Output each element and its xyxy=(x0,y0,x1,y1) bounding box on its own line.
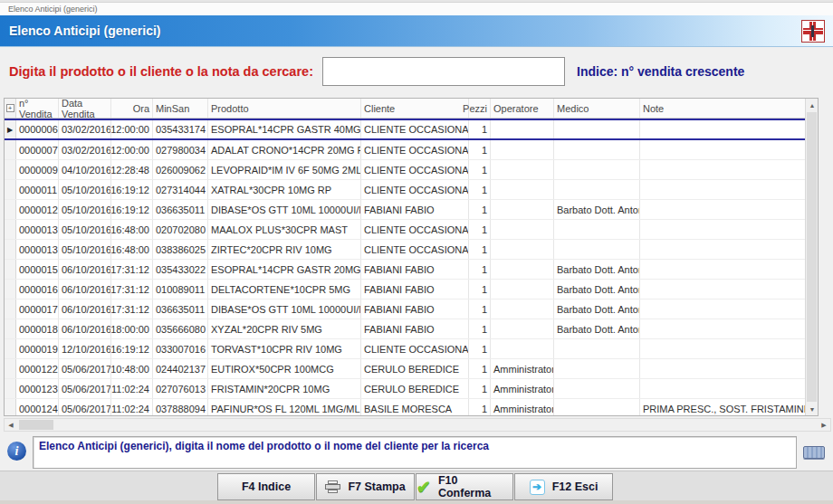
table-cell: Amministratore xyxy=(491,359,554,378)
column-header[interactable]: MinSan xyxy=(153,99,208,118)
column-header[interactable]: Prodotto xyxy=(208,99,361,118)
table-cell xyxy=(491,200,554,219)
table-cell xyxy=(554,399,640,415)
window-title: Elenco Anticipi (generici) xyxy=(8,5,98,14)
table-cell xyxy=(640,140,805,159)
table-cell: 1 xyxy=(469,220,491,239)
column-header[interactable]: Operatore xyxy=(491,99,554,118)
table-cell: 1 xyxy=(469,359,491,378)
f4-indice-button[interactable]: F4 Indice xyxy=(217,473,315,500)
table-row[interactable]: 000000904/10/201612:28:48026009062LEVOPR… xyxy=(5,160,805,180)
table-cell: 1 xyxy=(469,379,491,398)
table-cell: 035666080 xyxy=(153,319,208,338)
table-cell xyxy=(554,140,640,159)
table-cell: CLIENTE OCCASIONALE xyxy=(361,339,469,358)
row-selector-cell xyxy=(5,180,16,199)
table-row[interactable]: 000001606/10/201617:31:12010089011DELTAC… xyxy=(5,280,805,300)
column-header[interactable]: Ora xyxy=(111,99,153,118)
table-cell: 03/02/2016 xyxy=(59,140,111,159)
column-header[interactable]: Data Vendita xyxy=(59,99,111,118)
table-cell xyxy=(491,300,554,319)
table-cell: CLIENTE OCCASIONALE xyxy=(361,240,469,259)
table-cell: 037888094 xyxy=(153,399,208,415)
table-row[interactable]: 000001506/10/201617:31:12035433022ESOPRA… xyxy=(5,260,805,280)
check-icon: ✔ xyxy=(416,479,431,496)
column-header[interactable]: Note xyxy=(640,99,805,118)
column-header[interactable]: Cliente xyxy=(361,99,469,118)
table-cell: Barbato Dott. Antonio xyxy=(554,319,640,338)
table-cell xyxy=(640,359,805,378)
column-header[interactable]: n° Vendita xyxy=(16,99,59,118)
table-cell: Barbato Dott. Antonio xyxy=(554,300,640,319)
table-cell: FABIANI FABIO xyxy=(361,300,469,319)
expand-all-cell[interactable]: + xyxy=(5,99,16,118)
row-selector-cell xyxy=(5,280,16,299)
row-selector-cell xyxy=(5,300,16,319)
vertical-scrollbar[interactable]: ▲ ▼ xyxy=(805,99,818,415)
table-row[interactable]: 000001305/10/201616:48:00038386025ZIRTEC… xyxy=(5,240,805,260)
table-row[interactable]: 000012405/06/201711:02:24037888094PAFINU… xyxy=(5,399,805,415)
row-selector-cell xyxy=(5,160,16,179)
table-cell: Amministratore xyxy=(491,399,554,415)
table-cell: CLIENTE OCCASIONALE xyxy=(361,160,469,179)
horizontal-scrollbar[interactable]: ◀ ▶ xyxy=(4,418,831,432)
row-selector-cell xyxy=(5,359,16,378)
horizontal-scrollbar-thumb[interactable] xyxy=(19,420,53,430)
table-cell: 11:02:24 xyxy=(111,379,153,398)
table-cell xyxy=(491,339,554,358)
f7-stampa-button[interactable]: F7 Stampa xyxy=(316,473,415,500)
table-cell: 06/10/2016 xyxy=(59,300,111,319)
scroll-right-icon[interactable]: ▶ xyxy=(818,419,830,431)
row-selector-cell xyxy=(5,339,16,358)
f10-conferma-button[interactable]: ✔ F10 Conferma xyxy=(416,473,513,500)
table-row[interactable]: 000001305/10/201616:48:00020702080MAALOX… xyxy=(5,220,805,240)
table-row[interactable]: 000001205/10/201616:19:12036635011DIBASE… xyxy=(5,200,805,220)
vertical-scrollbar-thumb[interactable] xyxy=(807,112,817,402)
scroll-up-icon[interactable]: ▲ xyxy=(806,99,819,111)
table-row[interactable]: 000001912/10/201616:19:12033007016TORVAS… xyxy=(5,339,805,359)
table-cell: 0000122 xyxy=(16,359,59,378)
table-cell: FABIANI FABIO xyxy=(361,319,469,338)
column-header[interactable]: Medico xyxy=(554,99,640,118)
table-cell: 16:19:12 xyxy=(111,180,153,199)
table-cell: 05/10/2016 xyxy=(59,200,111,219)
table-row[interactable]: 000012305/06/201711:02:24027076013FRISTA… xyxy=(5,379,805,399)
table-cell xyxy=(491,280,554,299)
table-cell: 1 xyxy=(469,160,491,179)
scroll-down-icon[interactable]: ▼ xyxy=(806,403,819,415)
table-cell: 035433174 xyxy=(153,120,208,138)
table-row[interactable]: 000012205/06/201710:48:00024402137EUTIRO… xyxy=(5,359,805,379)
row-selector-cell xyxy=(5,240,16,259)
f12-esci-button[interactable]: ➔ F12 Esci xyxy=(514,473,613,500)
table-cell: PRIMA PRESC., SOST. FRISTAMINE xyxy=(640,399,805,415)
table-cell: 17:31:12 xyxy=(111,300,153,319)
column-header[interactable]: Pezzi xyxy=(469,99,491,118)
keyboard-icon[interactable] xyxy=(803,446,825,459)
table-cell xyxy=(640,120,805,138)
f4-indice-label: F4 Indice xyxy=(242,480,291,493)
table-cell xyxy=(640,220,805,239)
table-row[interactable]: 000000703/02/201612:00:00027980034ADALAT… xyxy=(5,140,805,160)
table-cell: 0000012 xyxy=(16,200,59,219)
scroll-left-icon[interactable]: ◀ xyxy=(5,419,17,431)
table-cell: 1 xyxy=(469,339,491,358)
table-row[interactable]: ▶000000603/02/201612:00:00035433174ESOPR… xyxy=(5,119,805,140)
info-icon: i xyxy=(7,442,26,461)
table-cell: 033007016 xyxy=(153,339,208,358)
table-cell: XYZAL*20CPR RIV 5MG xyxy=(208,319,361,338)
table-cell: 026009062 xyxy=(153,160,208,179)
table-row[interactable]: 000001806/10/201618:00:00035666080XYZAL*… xyxy=(5,319,805,339)
expand-icon[interactable]: + xyxy=(6,104,14,112)
row-selector-cell xyxy=(5,379,16,398)
table-cell xyxy=(491,160,554,179)
table-cell: 05/10/2016 xyxy=(59,180,111,199)
table-row[interactable]: 000001105/10/201616:19:12027314044XATRAL… xyxy=(5,180,805,200)
table-cell xyxy=(640,160,805,179)
table-cell: 0000019 xyxy=(16,339,59,358)
search-input[interactable] xyxy=(322,57,565,86)
function-button-bar: F4 Indice F7 Stampa ✔ F10 Conferma ➔ F12… xyxy=(0,471,833,500)
table-row[interactable]: 000001706/10/201617:31:12036635011DIBASE… xyxy=(5,300,805,319)
table-cell: 036635011 xyxy=(153,300,208,319)
table-cell xyxy=(640,339,805,358)
table-cell: 05/10/2016 xyxy=(59,220,111,239)
